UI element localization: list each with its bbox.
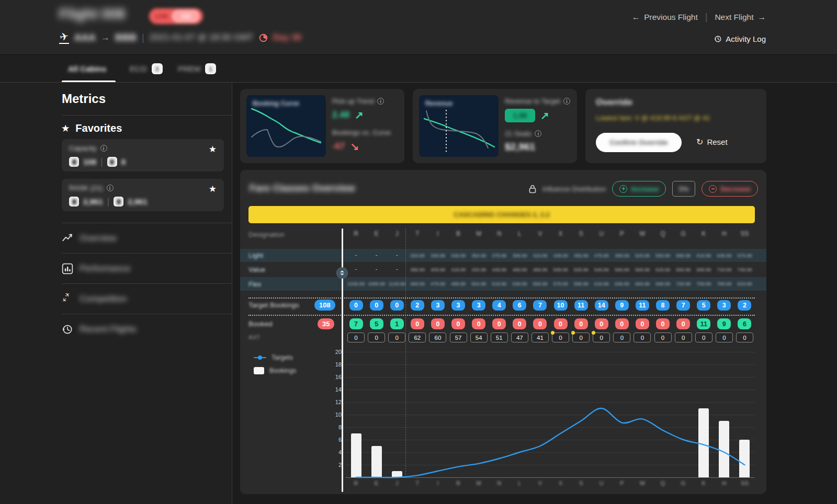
axt-box[interactable]: 0 <box>736 333 753 342</box>
axt-box[interactable]: 62 <box>409 333 426 342</box>
axt-box[interactable]: 0 <box>716 333 733 342</box>
fare-price-cell[interactable]: 509.99 <box>550 267 571 272</box>
tab-all-cabins[interactable]: All Cabins <box>68 55 106 83</box>
fare-price-cell[interactable]: 479.99 <box>591 253 612 258</box>
fare-price-cell[interactable]: 419.99 <box>448 267 469 272</box>
revenue-card[interactable]: Revenue Revenue to Target i 1.06 ↗ 21 Se… <box>413 89 577 163</box>
fare-price-cell[interactable]: 469.99 <box>407 281 427 287</box>
axt-box[interactable]: 0 <box>634 333 651 342</box>
favorite-metric-card[interactable]: Capacity i ★ 108 | 8 <box>62 139 224 171</box>
fare-price-cell[interactable]: 819.99 <box>734 281 755 287</box>
activity-log-button[interactable]: Activity Log <box>714 35 766 43</box>
fare-price-cell[interactable]: 729.99 <box>673 281 694 287</box>
tab-prem[interactable]: PREM 1 <box>178 55 216 83</box>
fare-price-cell[interactable]: 559.99 <box>530 281 550 287</box>
info-icon[interactable]: i <box>107 185 114 191</box>
fare-price-cell[interactable]: 749.99 <box>734 267 755 272</box>
fare-price-cell[interactable]: 399.99 <box>407 267 427 272</box>
unfavorite-star-button[interactable]: ★ <box>209 144 217 155</box>
tab-eco[interactable]: ECO 3 <box>130 55 163 83</box>
fare-price-cell[interactable]: 439.99 <box>550 253 571 258</box>
axt-box[interactable]: 54 <box>470 333 488 342</box>
fare-price-cell[interactable]: 399.99 <box>510 253 530 258</box>
fare-price-cell[interactable]: 649.99 <box>714 253 734 258</box>
fare-price-cell[interactable]: 1049.99 <box>346 281 366 287</box>
decrease-button[interactable]: − Decrease <box>702 181 758 197</box>
axt-box[interactable]: 0 <box>572 333 590 342</box>
booking-curve-card[interactable]: Booking Curve Pick-up Trend i 2.48 ↗ Boo… <box>240 89 404 163</box>
axt-box[interactable]: 0 <box>613 333 630 342</box>
fare-price-cell[interactable]: 489.99 <box>448 281 469 287</box>
info-icon[interactable]: i <box>100 145 107 152</box>
axt-box[interactable]: 0 <box>695 333 712 342</box>
fare-price-cell[interactable]: 379.99 <box>489 253 510 258</box>
axt-box[interactable]: 51 <box>491 333 508 342</box>
fare-price-cell[interactable]: 669.99 <box>632 281 652 287</box>
axt-box[interactable]: 0 <box>552 333 569 342</box>
next-flight-button[interactable]: Next Flight → <box>715 13 766 22</box>
fare-price-cell[interactable]: 619.99 <box>591 281 612 287</box>
influence-percent-input[interactable]: 5% <box>672 181 695 197</box>
fare-price-cell[interactable]: 589.99 <box>673 253 694 258</box>
axt-box[interactable]: 0 <box>388 333 405 342</box>
fare-price-cell[interactable]: 639.99 <box>612 281 632 287</box>
axt-box[interactable]: 47 <box>511 333 528 342</box>
sidebar-item-competition[interactable]: ✈ ✈ Competition <box>0 284 232 314</box>
fare-price-cell[interactable]: 719.99 <box>714 267 734 272</box>
fare-price-cell[interactable]: 679.99 <box>734 253 755 258</box>
info-icon[interactable]: i <box>563 98 570 105</box>
fare-price-cell[interactable]: 1149.99 <box>387 281 407 287</box>
fare-price-cell[interactable]: 559.99 <box>653 253 673 258</box>
fare-price-cell[interactable]: 569.99 <box>612 267 632 272</box>
fare-price-cell[interactable]: 699.99 <box>653 281 673 287</box>
fare-price-cell[interactable]: 599.99 <box>571 281 591 287</box>
fare-price-cell[interactable]: 519.99 <box>489 281 510 287</box>
axt-box[interactable]: 57 <box>450 333 467 342</box>
previous-flight-button[interactable]: ← Previous Flight <box>632 13 698 22</box>
fare-price-cell[interactable]: 364.99 <box>469 253 489 258</box>
fare-price-cell[interactable]: 539.99 <box>510 281 530 287</box>
favorite-metric-card[interactable]: RASK (21) i ★ 2,961 | 2,961 <box>62 179 224 211</box>
sidebar-item-performance[interactable]: Performance <box>0 254 232 283</box>
confirm-override-button[interactable]: Confirm Override <box>596 133 682 152</box>
fare-price-cell[interactable]: 529.99 <box>632 253 652 258</box>
axt-box[interactable]: 0 <box>675 333 692 342</box>
fare-price-cell[interactable]: 549.99 <box>591 267 612 272</box>
fare-price-cell[interactable]: 449.99 <box>489 267 510 272</box>
fare-price-cell[interactable]: 579.99 <box>550 281 571 287</box>
fare-price-cell[interactable]: 759.99 <box>694 281 714 287</box>
axt-box[interactable]: 60 <box>429 333 446 342</box>
fare-price-cell[interactable]: 529.99 <box>571 267 591 272</box>
fare-price-cell[interactable]: 659.99 <box>673 267 694 272</box>
fare-price-cell[interactable]: 599.99 <box>632 267 652 272</box>
fare-price-cell[interactable]: 459.99 <box>571 253 591 258</box>
fare-price-cell[interactable]: 489.99 <box>530 267 550 272</box>
sidebar-item-overview[interactable]: Overview <box>0 223 232 253</box>
unfavorite-star-button[interactable]: ★ <box>209 184 217 194</box>
fare-price-cell[interactable]: 504.99 <box>469 281 489 287</box>
lock-icon[interactable] <box>529 185 536 193</box>
axt-box[interactable]: 0 <box>654 333 672 342</box>
reset-button[interactable]: ↻ Reset <box>696 137 728 147</box>
fare-price-cell[interactable]: 469.99 <box>510 267 530 272</box>
axt-box[interactable]: 0 <box>593 333 610 342</box>
fare-price-cell[interactable]: 349.99 <box>448 253 469 258</box>
fare-price-cell[interactable]: 1099.99 <box>366 281 387 287</box>
fare-price-cell[interactable]: 789.99 <box>714 281 734 287</box>
fare-price-cell[interactable]: 619.99 <box>694 253 714 258</box>
increase-button[interactable]: + Increase <box>612 181 666 197</box>
axt-box[interactable]: 0 <box>368 333 385 342</box>
fare-price-cell[interactable]: 419.99 <box>530 253 550 258</box>
fare-price-cell[interactable]: 434.99 <box>469 267 489 272</box>
info-icon[interactable]: i <box>535 130 541 137</box>
fare-price-cell[interactable]: 409.99 <box>427 267 448 272</box>
info-icon[interactable]: i <box>377 98 384 105</box>
fare-price-cell[interactable]: 499.99 <box>612 253 632 258</box>
fare-price-cell[interactable]: 329.99 <box>407 253 427 258</box>
axt-box[interactable]: 41 <box>531 333 549 342</box>
fare-price-cell[interactable]: 339.99 <box>427 253 448 258</box>
fare-price-cell[interactable]: 629.99 <box>653 267 673 272</box>
column-slider-handle[interactable] <box>336 267 348 279</box>
sidebar-item-recent-flights[interactable]: Recent Flights <box>0 314 232 344</box>
fare-price-cell[interactable]: 689.99 <box>694 267 714 272</box>
